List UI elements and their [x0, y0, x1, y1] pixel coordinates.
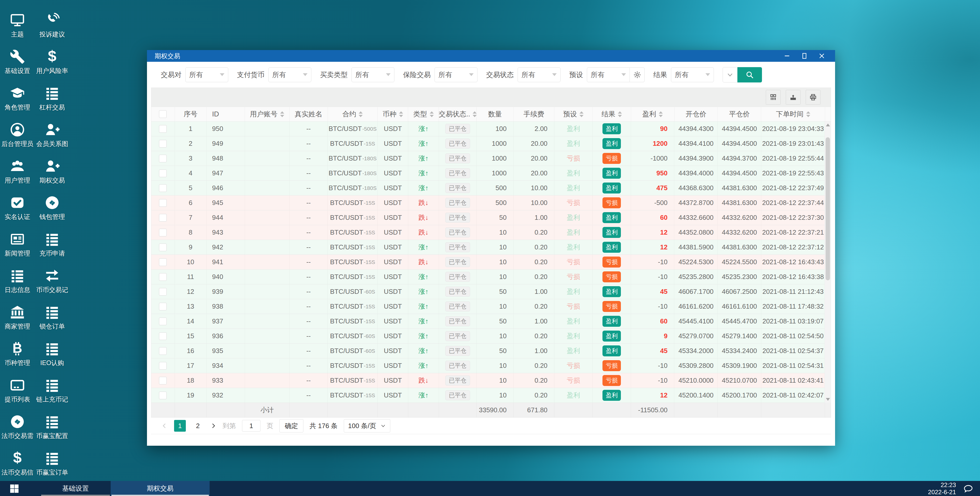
header-预设[interactable]: 预设 [554, 107, 593, 121]
row-checkbox[interactable] [159, 273, 167, 281]
desktop-icon-IEO认购[interactable]: IEO认购 [35, 331, 70, 368]
row-checkbox[interactable] [159, 155, 167, 162]
filter-select[interactable]: 所有 [518, 67, 560, 82]
confirm-button[interactable]: 确定 [279, 419, 304, 433]
sort-icon[interactable] [399, 111, 403, 117]
sort-icon[interactable] [618, 111, 622, 117]
row-checkbox[interactable] [159, 347, 167, 355]
desktop-icon-后台管理员[interactable]: 后台管理员 [0, 113, 35, 149]
scroll-down-icon[interactable] [826, 398, 830, 401]
sort-icon[interactable] [579, 111, 584, 117]
scroll-up-icon[interactable] [826, 124, 830, 126]
vertical-scrollbar[interactable] [824, 122, 831, 403]
row-checkbox[interactable] [159, 184, 167, 192]
desktop-icon-投诉建议[interactable]: 投诉建议 [35, 3, 70, 40]
header-checkbox-cell[interactable] [151, 107, 175, 121]
sort-icon[interactable] [359, 111, 363, 117]
desktop-icon-用户风险率[interactable]: $用户风险率 [35, 40, 70, 76]
page-button-2[interactable]: 2 [192, 420, 204, 432]
print-button[interactable] [806, 90, 821, 105]
desktop-icon-主题[interactable]: 主题 [0, 3, 35, 40]
row-checkbox[interactable] [159, 377, 167, 384]
row-checkbox[interactable] [159, 199, 167, 207]
desktop-icon-日志信息[interactable]: 日志信息 [0, 258, 35, 295]
header-下单时间[interactable]: 下单时间 [761, 107, 825, 121]
row-checkbox[interactable] [159, 288, 167, 296]
taskbar-button-基础设置[interactable]: 基础设置 [40, 481, 111, 496]
row-checkbox[interactable] [159, 140, 167, 147]
row-checkbox[interactable] [159, 125, 167, 133]
row-checkbox[interactable] [159, 303, 167, 311]
scrollbar-thumb[interactable] [826, 137, 830, 280]
table-row: 12939--BTC/USDT-60SUSDT涨↑已平仓501.00盈利盈利45… [151, 284, 831, 299]
row-checkbox[interactable] [159, 170, 167, 177]
desktop-icon-充币申请[interactable]: 充币申请 [35, 222, 70, 258]
desktop-icon-杠杆交易[interactable]: 杠杆交易 [35, 76, 70, 113]
columns-button[interactable] [766, 90, 781, 105]
desktop-icon-实名认证[interactable]: 实名认证 [0, 185, 35, 222]
row-checkbox[interactable] [159, 391, 167, 399]
search-button[interactable] [737, 67, 762, 82]
cell-open-price: 46161.6200 [674, 299, 718, 314]
next-page-button[interactable] [210, 423, 216, 429]
filter-select[interactable]: 所有 [671, 67, 714, 82]
collapse-button[interactable] [722, 67, 737, 82]
desktop-icon-基础设置[interactable]: 基础设置 [0, 40, 35, 76]
sort-icon[interactable] [659, 111, 663, 117]
cell-profit: 1200 [631, 136, 675, 151]
gear-button[interactable] [630, 67, 644, 82]
start-button[interactable] [0, 481, 29, 496]
row-checkbox[interactable] [159, 318, 167, 325]
header-币种[interactable]: 币种 [377, 107, 408, 121]
desktop-icon-币币交易记[interactable]: 币币交易记 [35, 258, 70, 295]
sort-icon[interactable] [430, 111, 434, 117]
header-结果[interactable]: 结果 [593, 107, 631, 121]
filter-select[interactable]: 所有 [352, 67, 395, 82]
row-checkbox[interactable] [159, 214, 167, 222]
desktop-icon-币种管理[interactable]: B币种管理 [0, 331, 35, 368]
prev-page-button[interactable] [161, 423, 168, 429]
desktop-icon-币赢宝配置[interactable]: 币赢宝配置 [35, 405, 70, 441]
row-checkbox[interactable] [159, 244, 167, 251]
sort-icon[interactable] [473, 111, 477, 117]
desktop-icon-法币交易信[interactable]: $法币交易信 [0, 441, 35, 478]
desktop-icon-新闻管理[interactable]: 新闻管理 [0, 222, 35, 258]
desktop-icon-链上充币记[interactable]: 链上充币记 [35, 368, 70, 405]
taskbar-button-期权交易[interactable]: 期权交易 [111, 481, 210, 496]
filter-select[interactable]: 所有 [268, 67, 311, 82]
filter-select[interactable]: 所有 [434, 67, 477, 82]
filter-select[interactable]: 所有 [587, 67, 630, 82]
header-交易状态..[interactable]: 交易状态.. [439, 107, 477, 121]
desktop-icon-锁仓订单[interactable]: 锁仓订单 [35, 295, 70, 331]
page-size-select[interactable]: 100 条/页 [344, 419, 390, 433]
filter-select[interactable]: 所有 [185, 67, 228, 82]
row-checkbox[interactable] [159, 362, 167, 370]
page-button-1[interactable]: 1 [174, 420, 186, 432]
row-checkbox[interactable] [159, 229, 167, 236]
goto-page-input[interactable] [242, 420, 261, 432]
taskbar-clock[interactable]: 22:23 2022-6-21 [928, 482, 956, 496]
desktop-icon-角色管理[interactable]: 角色管理 [0, 76, 35, 113]
desktop-icon-用户管理[interactable]: 用户管理 [0, 149, 35, 185]
header-盈利[interactable]: 盈利 [631, 107, 675, 121]
desktop-icon-会员关系图[interactable]: 会员关系图 [35, 113, 70, 149]
desktop-icon-钱包管理[interactable]: 钱包管理 [35, 185, 70, 222]
desktop-icon-商家管理[interactable]: 商家管理 [0, 295, 35, 331]
desktop-icon-币赢宝订单[interactable]: 币赢宝订单 [35, 441, 70, 478]
desktop-icon-法币交易需[interactable]: 法币交易需 [0, 405, 35, 441]
header-类型[interactable]: 类型 [408, 107, 439, 121]
chat-icon[interactable] [963, 483, 974, 494]
maximize-button[interactable] [801, 52, 808, 59]
desktop-icon-期权交易[interactable]: 期权交易 [35, 149, 70, 185]
close-button[interactable] [818, 52, 826, 59]
header-合约[interactable]: 合约 [328, 107, 378, 121]
minimize-button[interactable] [783, 52, 791, 59]
select-all-checkbox[interactable] [159, 110, 167, 118]
desktop-icon-提币列表[interactable]: 提币列表 [0, 368, 35, 405]
header-用户账号[interactable]: 用户账号 [245, 107, 290, 121]
export-button[interactable] [786, 90, 800, 105]
sort-icon[interactable] [806, 111, 810, 117]
sort-icon[interactable] [280, 111, 284, 117]
row-checkbox[interactable] [159, 258, 167, 266]
row-checkbox[interactable] [159, 332, 167, 340]
